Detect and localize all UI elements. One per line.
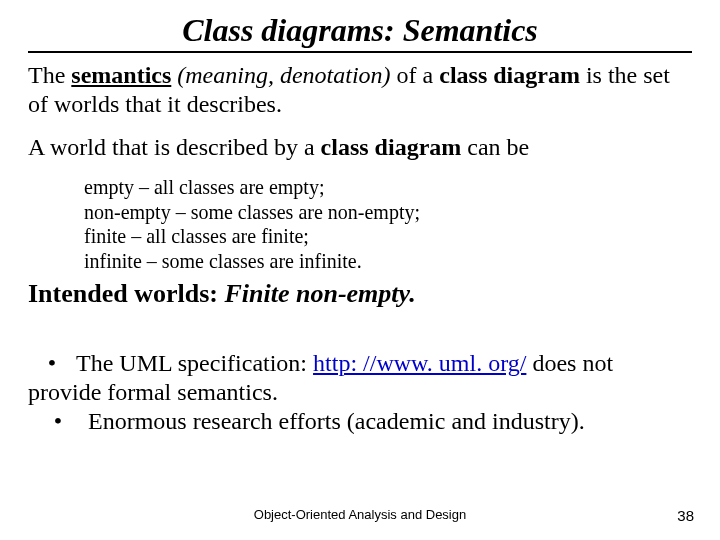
list-item: finite – all classes are finite; — [84, 224, 692, 248]
text: Enormous research efforts (academic and … — [88, 408, 585, 434]
bullet-item: •The UML specification: http: //www. uml… — [28, 349, 692, 408]
intended-worlds: Intended worlds: Finite non-empty. — [28, 279, 692, 309]
list-item: infinite – some classes are infinite. — [84, 249, 692, 273]
uml-link[interactable]: http: //www. uml. org/ — [313, 350, 526, 376]
title-divider — [28, 51, 692, 53]
text: can be — [461, 134, 529, 160]
paragraph-semantics: The semantics (meaning, denotation) of a… — [28, 61, 692, 119]
term-class-diagram: class diagram — [321, 134, 462, 160]
page-number: 38 — [677, 507, 694, 524]
term-class-diagram: class diagram — [439, 62, 580, 88]
paren-meaning: (meaning, denotation) — [171, 62, 390, 88]
text: A world that is described by a — [28, 134, 321, 160]
term-semantics: semantics — [71, 62, 171, 88]
text: The — [28, 62, 71, 88]
intended-value: Finite non-empty. — [224, 279, 415, 308]
slide-title: Class diagrams: Semantics — [28, 12, 692, 49]
paragraph-world: A world that is described by a class dia… — [28, 133, 692, 162]
bullet-item: •Enormous research efforts (academic and… — [28, 407, 692, 436]
bullet-dot: • — [28, 349, 76, 378]
bullet-list: •The UML specification: http: //www. uml… — [28, 349, 692, 437]
world-list: empty – all classes are empty; non-empty… — [84, 175, 692, 273]
intended-label: Intended worlds: — [28, 279, 224, 308]
text: The UML specification: — [76, 350, 313, 376]
slide: Class diagrams: Semantics The semantics … — [0, 0, 720, 540]
list-item: empty – all classes are empty; — [84, 175, 692, 199]
text: of a — [391, 62, 440, 88]
bullet-dot: • — [28, 407, 88, 436]
footer-text: Object-Oriented Analysis and Design — [0, 507, 720, 522]
list-item: non-empty – some classes are non-empty; — [84, 200, 692, 224]
